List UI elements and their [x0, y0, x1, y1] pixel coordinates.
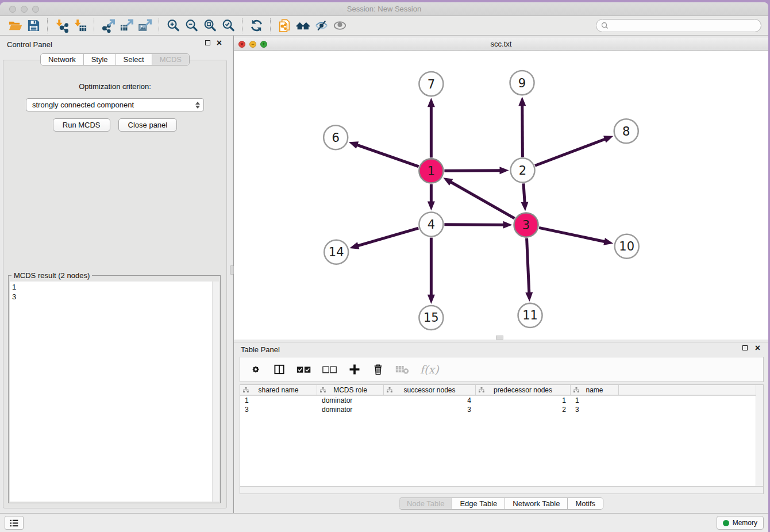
table-scrollbar[interactable] — [756, 385, 763, 486]
import-network-button[interactable] — [52, 18, 71, 34]
network-minimize-button[interactable]: − — [249, 41, 256, 48]
network-title: scc.txt — [491, 40, 512, 48]
horizontal-splitter-handle[interactable] — [496, 336, 503, 340]
table-settings-button[interactable] — [249, 363, 262, 376]
column-header-predecessor-nodes[interactable]: predecessor nodes — [476, 385, 571, 395]
edge-2-3[interactable] — [523, 183, 525, 204]
task-history-button[interactable] — [5, 516, 24, 530]
show-all-button[interactable] — [330, 18, 349, 34]
split-columns-button[interactable] — [273, 363, 286, 376]
vertical-splitter[interactable] — [230, 36, 234, 513]
table-hscrollbar[interactable] — [240, 487, 764, 494]
toolbar-separator — [270, 18, 271, 33]
tab-motifs[interactable]: Motifs — [567, 498, 603, 509]
column-header-shared-name[interactable]: shared name — [240, 385, 317, 395]
export-image-icon — [138, 18, 152, 33]
memory-button[interactable]: Memory — [717, 516, 764, 530]
zoom-in-button[interactable] — [164, 18, 182, 34]
close-window-button[interactable] — [9, 6, 16, 13]
search-input[interactable] — [611, 22, 749, 30]
table-cell[interactable]: 1 — [476, 396, 571, 405]
export-network-button[interactable] — [99, 18, 117, 34]
result-scrollbar[interactable] — [212, 282, 219, 502]
edge-4-14[interactable] — [356, 228, 418, 246]
node-label-3: 3 — [522, 218, 530, 232]
window-controls[interactable] — [9, 6, 39, 13]
table-cell[interactable]: 3 — [384, 405, 476, 414]
list-icon — [9, 518, 19, 528]
edge-4-3[interactable] — [444, 225, 505, 225]
zoom-fit-button[interactable] — [201, 18, 219, 34]
tab-mcds[interactable]: MCDS — [152, 54, 189, 65]
splitter-handle[interactable] — [230, 265, 234, 275]
export-network-icon — [101, 18, 116, 33]
edge-3-10[interactable] — [539, 228, 606, 242]
deselect-all-columns-button[interactable] — [322, 365, 337, 374]
tab-style[interactable]: Style — [83, 54, 116, 65]
table-panel: Table Panel × f(x) shared nameMCDS roles… — [234, 342, 768, 513]
tab-node-table[interactable]: Node Table — [399, 498, 452, 509]
table-cell[interactable]: dominator — [317, 396, 384, 405]
table-cell[interactable]: 3 — [240, 405, 317, 414]
network-close-button[interactable]: × — [238, 41, 245, 48]
edge-3-11[interactable] — [527, 238, 529, 295]
app-titlebar: Session: New Session — [0, 2, 768, 16]
maximize-window-button[interactable] — [32, 6, 39, 13]
node-label-6: 6 — [332, 130, 340, 145]
import-table-button[interactable] — [71, 18, 89, 34]
float-table-panel-button[interactable] — [742, 345, 748, 350]
table-cell[interactable]: 3 — [571, 405, 619, 414]
edge-2-9[interactable] — [522, 103, 523, 157]
network-zoom-button[interactable]: + — [260, 41, 267, 48]
tab-network[interactable]: Network — [41, 54, 83, 65]
tab-select[interactable]: Select — [116, 54, 152, 65]
export-table-button[interactable] — [117, 18, 136, 34]
save-session-button[interactable] — [24, 18, 43, 34]
column-header-MCDS-role[interactable]: MCDS role — [317, 385, 384, 395]
column-header-successor-nodes[interactable]: successor nodes — [384, 385, 476, 395]
close-panel-button[interactable]: × — [217, 40, 222, 46]
edge-1-2[interactable] — [444, 171, 502, 171]
table-cell[interactable]: 2 — [476, 405, 571, 414]
run-mcds-button[interactable]: Run MCDS — [53, 118, 110, 132]
table-row[interactable]: 1dominator411 — [240, 396, 763, 405]
column-header-name[interactable]: name — [571, 385, 619, 395]
float-panel-button[interactable] — [205, 40, 210, 45]
edge-3-1[interactable] — [449, 181, 515, 218]
network-window-controls[interactable]: × − + — [238, 41, 267, 48]
table-row[interactable]: 3dominator323 — [240, 405, 763, 414]
node-label-14: 14 — [329, 245, 344, 259]
search-field[interactable] — [596, 19, 761, 32]
table-cell[interactable]: 1 — [240, 396, 317, 405]
refresh-layout-button[interactable] — [247, 18, 265, 34]
mcds-result-text[interactable]: 1 3 — [10, 282, 212, 502]
function-builder-button-disabled: f(x) — [420, 363, 439, 376]
close-table-panel-button[interactable]: × — [755, 345, 760, 351]
zoom-selected-button[interactable] — [219, 18, 237, 34]
zoom-selected-icon — [221, 18, 236, 33]
table-cell[interactable]: 1 — [571, 396, 619, 405]
close-panel-action-button[interactable]: Close panel — [118, 118, 178, 132]
edge-2-8[interactable] — [535, 138, 607, 165]
edge-1-6[interactable] — [355, 144, 418, 167]
tab-network-table[interactable]: Network Table — [505, 498, 567, 509]
table-cell[interactable]: dominator — [317, 405, 384, 414]
zoom-out-button[interactable] — [182, 18, 201, 34]
export-image-button[interactable] — [136, 18, 154, 34]
open-session-button[interactable] — [6, 18, 24, 34]
table-cell[interactable]: 4 — [384, 396, 476, 405]
delete-column-button[interactable] — [372, 363, 384, 376]
tab-edge-table[interactable]: Edge Table — [452, 498, 505, 509]
clone-network-button[interactable] — [275, 18, 294, 34]
add-column-button[interactable] — [348, 363, 361, 376]
node-label-10: 10 — [619, 239, 634, 253]
node-label-2: 2 — [519, 163, 526, 178]
table-panel-title: Table Panel — [241, 345, 280, 354]
node-table[interactable]: shared nameMCDS rolesuccessor nodesprede… — [240, 384, 764, 487]
select-all-columns-button[interactable] — [297, 365, 311, 374]
network-canvas[interactable]: 7968124314101511 — [234, 51, 768, 340]
criterion-dropdown[interactable]: strongly connected component — [26, 98, 204, 111]
first-neighbors-button[interactable] — [294, 18, 312, 34]
hide-selected-button[interactable] — [312, 18, 330, 34]
minimize-window-button[interactable] — [21, 6, 28, 13]
